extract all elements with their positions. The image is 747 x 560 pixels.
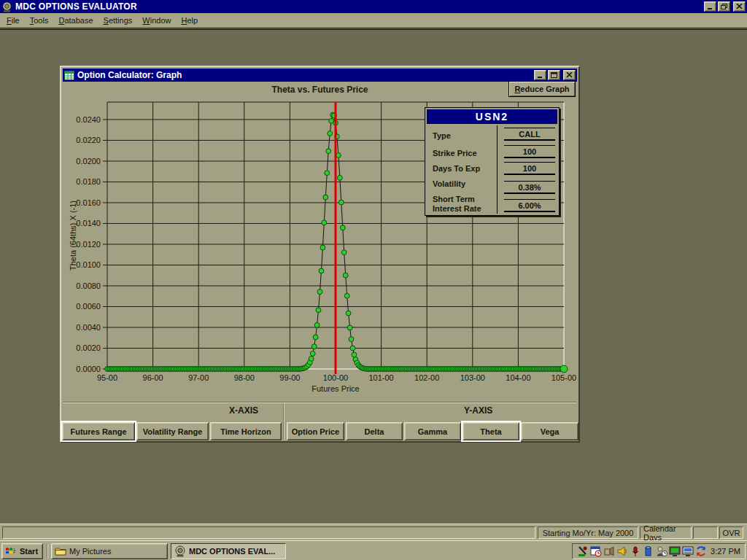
volatility-label: Volatility [433, 179, 495, 189]
app-titlebar[interactable]: MDC OPTIONS EVALUATOR [0, 0, 747, 13]
data-point [311, 344, 317, 349]
volatility-range-button[interactable]: Volatility Range [136, 422, 209, 440]
graph-titlebar[interactable]: Option Calculator: Graph [63, 69, 577, 82]
data-point [322, 220, 327, 225]
y-tick-label: 0.0200 [76, 157, 101, 166]
data-point [316, 308, 321, 313]
menu-window[interactable]: Window [137, 14, 176, 27]
data-point [347, 325, 352, 330]
volume-device-icon[interactable] [603, 545, 615, 557]
x-tick-label: 105-00 [551, 373, 576, 382]
status-message-panel [2, 526, 535, 539]
status-day-mode: Calendar Days [640, 526, 692, 539]
volatility-value: 0.38% [504, 181, 555, 194]
gamma-button[interactable]: Gamma [404, 422, 461, 440]
sync-arrows-icon[interactable] [695, 545, 707, 557]
task-mdc-options[interactable]: MDC OPTIONS EVAL... [171, 543, 286, 559]
data-point [338, 175, 343, 180]
option-price-button[interactable]: Option Price [287, 422, 344, 440]
chart-title: Theta vs. Futures Price [61, 85, 578, 95]
data-point [344, 293, 349, 298]
data-point [338, 200, 344, 205]
futures-range-button[interactable]: Futures Range [62, 422, 135, 440]
data-point [349, 337, 354, 342]
section-divider [63, 402, 577, 403]
option-info-box: USN2 Type Strike Price Days To Exp Volat… [425, 107, 560, 216]
display-settings-icon[interactable] [682, 545, 694, 557]
graph-close-button[interactable] [563, 70, 576, 80]
data-point [560, 365, 568, 373]
y-axis-caption: Y-AXIS [464, 405, 492, 416]
close-button[interactable] [733, 1, 746, 12]
menubar: File Tools Database Settings Window Help [0, 13, 747, 28]
y-tick-label: 0.0140 [76, 219, 101, 228]
speaker-yellow-icon[interactable] [616, 545, 628, 557]
restore-button[interactable] [718, 1, 730, 12]
menu-help[interactable]: Help [176, 14, 203, 27]
data-point [352, 352, 357, 357]
folder-icon [55, 545, 66, 557]
battery-blue-icon[interactable] [643, 545, 654, 557]
menu-database[interactable]: Database [53, 14, 98, 27]
info-divider [497, 125, 498, 214]
calculator-icon [64, 71, 74, 80]
monitor-green-icon[interactable] [669, 545, 681, 557]
x-tick-label: 95-00 [97, 373, 117, 382]
app-title: MDC OPTIONS EVALUATOR [15, 1, 703, 12]
task-my-pictures[interactable]: My Pictures [51, 543, 168, 559]
data-point [326, 149, 331, 154]
y-tick-label: 0.0120 [76, 240, 101, 249]
data-point [319, 268, 324, 273]
statusbar: Starting Mo/Yr: May 2000 Calendar Days O… [0, 524, 747, 540]
data-point [341, 250, 347, 255]
x-tick-label: 97-00 [188, 373, 209, 382]
y-tick-label: 0.0160 [76, 198, 101, 207]
interest-value: 6.00% [504, 199, 555, 212]
x-tick-label: 103-00 [460, 373, 485, 382]
graph-minimize-button[interactable] [534, 70, 546, 80]
x-tick-label: 101-00 [368, 373, 393, 382]
mic-red-icon[interactable] [630, 545, 641, 557]
data-point [314, 323, 320, 328]
app-client-area: 95-0096-0097-0098-0099-00100-00101-00102… [0, 28, 747, 524]
x-tick-label: 100-00 [323, 373, 348, 382]
data-point [320, 245, 325, 250]
data-point [343, 273, 348, 278]
app-icon [1, 1, 12, 12]
scheduler-person-icon[interactable] [656, 545, 667, 557]
days-value: 100 [504, 162, 555, 175]
time-horizon-button[interactable]: Time Horizon [210, 422, 282, 440]
graph-maximize-button[interactable] [548, 70, 560, 80]
taskbar-divider [47, 544, 48, 559]
data-point [313, 335, 318, 340]
interest-label: Short Term Interest Rate [433, 195, 495, 214]
data-point [336, 153, 341, 158]
x-tick-label: 96-00 [143, 373, 163, 382]
tools-person-icon[interactable] [577, 545, 589, 557]
data-point [317, 289, 322, 295]
type-value: CALL [504, 128, 555, 141]
x-tick-label: 102-00 [414, 373, 439, 382]
data-point [309, 357, 314, 362]
status-ovr: OVR [719, 526, 743, 539]
status-empty-panel [693, 526, 718, 539]
minimize-button[interactable] [704, 1, 716, 12]
system-tray: 3:27 PM [572, 543, 746, 559]
screen: { "app": { "title": "MDC OPTIONS EVALUAT… [0, 0, 747, 560]
menu-settings[interactable]: Settings [98, 14, 138, 27]
taskbar-clock[interactable]: 3:27 PM [711, 547, 740, 556]
calendar-clock-icon[interactable] [590, 545, 602, 557]
data-point [325, 171, 330, 176]
vega-button[interactable]: Vega [521, 422, 578, 440]
strike-label: Strike Price [433, 149, 495, 158]
delta-button[interactable]: Delta [346, 422, 403, 440]
theta-button[interactable]: Theta [462, 422, 519, 440]
menu-file[interactable]: File [1, 14, 25, 27]
reduce-graph-button[interactable]: Reduce Graph [508, 81, 576, 97]
start-button[interactable]: Start [1, 543, 43, 559]
y-tick-label: 0.0180 [76, 177, 101, 186]
menu-tools[interactable]: Tools [25, 14, 54, 27]
y-tick-label: 0.0080 [76, 281, 101, 290]
y-axis-title: Theta (64ths) X (-1) [69, 201, 77, 271]
y-tick-label: 0.0040 [76, 323, 101, 332]
